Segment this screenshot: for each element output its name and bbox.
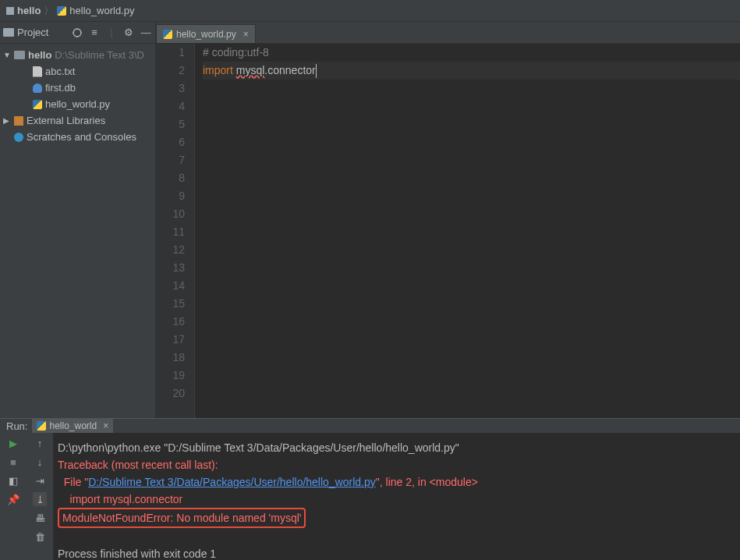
python-icon bbox=[37, 421, 46, 431]
tree-scratches-label: Scratches and Consoles bbox=[27, 131, 136, 143]
tree-file-label: first.db bbox=[45, 82, 76, 94]
layout-icon[interactable]: ◧ bbox=[6, 473, 20, 487]
close-icon[interactable]: × bbox=[243, 29, 249, 40]
libraries-icon bbox=[14, 116, 23, 126]
breadcrumb-sep: 〉 bbox=[44, 4, 54, 18]
editor-tabbar: hello_world.py × bbox=[156, 22, 740, 44]
code-content[interactable]: # coding:utf-8import mysql.connector bbox=[195, 44, 740, 418]
console-text: ", line 2, in <module> bbox=[376, 476, 478, 488]
tree-file-firstdb[interactable]: first.db bbox=[0, 80, 155, 96]
folder-icon bbox=[6, 7, 14, 15]
console-file-link[interactable]: D:/Sublime Text 3/Data/Packages/User/hel… bbox=[88, 476, 376, 488]
run-tab-label: hello_world bbox=[49, 420, 97, 431]
project-panel-title-label: Project bbox=[17, 27, 48, 38]
tree-external-libs[interactable]: ▶ External Libraries bbox=[0, 112, 155, 129]
stop-icon[interactable]: ■ bbox=[6, 455, 20, 469]
console-output[interactable]: D:\python\python.exe "D:/Sublime Text 3/… bbox=[53, 433, 740, 560]
tree-file-label: hello_world.py bbox=[45, 98, 110, 110]
breadcrumb-root[interactable]: hello bbox=[6, 5, 41, 16]
tree-root-label: hello bbox=[28, 49, 51, 61]
folder-icon bbox=[14, 51, 25, 59]
chevron-down-icon[interactable]: ▼ bbox=[3, 51, 11, 59]
scroll-to-end-icon[interactable]: ⤓ bbox=[33, 492, 47, 506]
tree-root-path: D:\Sublime Text 3\D bbox=[55, 49, 144, 61]
console-blank bbox=[58, 528, 735, 545]
breadcrumb-file-label: hello_world.py bbox=[69, 5, 134, 16]
pin-icon[interactable]: 📌 bbox=[6, 492, 20, 506]
expand-all-icon[interactable]: ≡ bbox=[88, 27, 101, 39]
text-file-icon bbox=[33, 66, 42, 77]
breadcrumb-file[interactable]: hello_world.py bbox=[57, 5, 134, 16]
tree-scratches[interactable]: Scratches and Consoles bbox=[0, 129, 155, 145]
console-error-text: ModuleNotFoundError: No module named 'my… bbox=[62, 512, 301, 524]
database-icon bbox=[33, 83, 42, 93]
console-cmd: D:\python\python.exe "D:/Sublime Text 3/… bbox=[58, 439, 735, 456]
editor: hello_world.py × 12345678910111213141516… bbox=[156, 22, 740, 418]
run-title: Run: bbox=[6, 420, 27, 432]
tree-external-label: External Libraries bbox=[27, 115, 105, 126]
tree-file-abc[interactable]: abc.txt bbox=[0, 63, 155, 80]
run-tab[interactable]: hello_world × bbox=[32, 419, 113, 433]
console-text: File " bbox=[58, 476, 88, 488]
project-panel: Project ≡ | ⚙ — ▼ hello D:\Sublime Text … bbox=[0, 22, 156, 418]
run-header: Run: hello_world × bbox=[0, 419, 740, 433]
scratches-icon bbox=[14, 133, 23, 142]
divider: | bbox=[105, 27, 118, 39]
breadcrumb-root-label: hello bbox=[17, 5, 41, 16]
up-icon[interactable]: ↑ bbox=[33, 436, 47, 450]
run-tool-column-2: ↑ ↓ ⇥ ⤓ 🖶 🗑 bbox=[27, 433, 53, 560]
print-icon[interactable]: 🖶 bbox=[33, 511, 47, 525]
console-import-line: import mysql.connector bbox=[58, 491, 735, 508]
editor-tab[interactable]: hello_world.py × bbox=[156, 24, 256, 43]
console-error-highlighted: ModuleNotFoundError: No module named 'my… bbox=[58, 508, 735, 528]
project-panel-header: Project ≡ | ⚙ — bbox=[0, 22, 155, 44]
project-panel-title[interactable]: Project bbox=[3, 27, 66, 38]
line-gutter: 1234567891011121314151617181920 bbox=[156, 44, 195, 418]
python-icon bbox=[163, 30, 172, 39]
down-icon[interactable]: ↓ bbox=[33, 455, 47, 469]
python-icon bbox=[57, 6, 66, 16]
run-icon[interactable]: ▶ bbox=[6, 436, 20, 450]
gear-icon[interactable]: ⚙ bbox=[122, 27, 135, 39]
trash-icon[interactable]: 🗑 bbox=[33, 530, 47, 544]
run-tool-column-1: ▶ ■ ◧ 📌 bbox=[0, 433, 27, 560]
breadcrumb: hello 〉 hello_world.py bbox=[0, 0, 740, 22]
folder-icon bbox=[3, 28, 14, 37]
editor-tab-label: hello_world.py bbox=[176, 29, 236, 40]
wrap-icon[interactable]: ⇥ bbox=[33, 473, 47, 487]
collapse-icon[interactable]: — bbox=[140, 27, 152, 39]
tree-file-helloworld[interactable]: hello_world.py bbox=[0, 96, 155, 112]
tree-project-root[interactable]: ▼ hello D:\Sublime Text 3\D bbox=[0, 47, 155, 63]
console-traceback: Traceback (most recent call last): bbox=[58, 456, 735, 473]
run-panel: Run: hello_world × ▶ ■ ◧ 📌 ↑ ↓ ⇥ ⤓ 🖶 🗑 D… bbox=[0, 418, 740, 560]
tree-file-label: abc.txt bbox=[45, 66, 75, 77]
svg-point-0 bbox=[73, 29, 81, 37]
code-area[interactable]: 1234567891011121314151617181920 # coding… bbox=[156, 44, 740, 418]
close-icon[interactable]: × bbox=[103, 420, 108, 431]
console-exit: Process finished with exit code 1 bbox=[58, 545, 735, 560]
console-file-line: File "D:/Sublime Text 3/Data/Packages/Us… bbox=[58, 473, 735, 491]
python-icon bbox=[33, 100, 42, 109]
project-tree: ▼ hello D:\Sublime Text 3\D abc.txt firs… bbox=[0, 44, 155, 148]
chevron-right-icon[interactable]: ▶ bbox=[3, 116, 11, 125]
locate-icon[interactable] bbox=[71, 27, 83, 39]
